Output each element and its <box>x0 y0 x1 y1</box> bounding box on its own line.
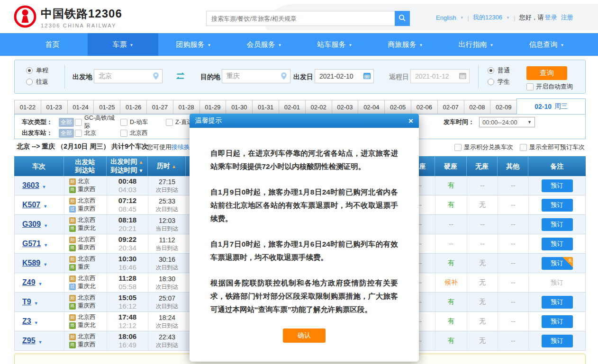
trip-type-radio[interactable] <box>26 67 33 74</box>
expand-chevron-down-icon[interactable]: ▼ <box>34 301 38 306</box>
date-tab-02-06[interactable]: 02-06 <box>411 100 438 114</box>
date-tab-02-09[interactable]: 02-09 <box>490 100 517 114</box>
date-tab-01-23[interactable]: 01-23 <box>41 100 68 114</box>
nav-item-2[interactable]: 团购服务▼ <box>158 33 229 56</box>
col-duration[interactable]: 历时▲ <box>148 156 186 176</box>
sort-asc-icon[interactable]: ▲ <box>172 164 176 169</box>
date-tab-01-31[interactable]: 01-31 <box>252 100 279 114</box>
passenger-type-radio[interactable] <box>488 67 494 74</box>
show-all-bookable-checkbox[interactable] <box>520 144 527 151</box>
book-button[interactable]: 预订 <box>542 199 573 212</box>
train-number-link[interactable]: K507 <box>22 201 40 209</box>
station-filter-0[interactable]: 北京 <box>75 129 120 137</box>
register-link[interactable]: 注册 <box>561 13 573 22</box>
expand-chevron-down-icon[interactable]: ▼ <box>43 204 47 209</box>
nav-item-3[interactable]: 会员服务▼ <box>229 33 299 56</box>
passenger-type-option-0[interactable]: 普通 <box>488 66 510 75</box>
col-times[interactable]: 出发时间▲ 到达时间▼ <box>107 156 148 176</box>
book-button[interactable]: 预订 <box>542 296 573 309</box>
col-train[interactable]: 车次 <box>14 156 64 176</box>
from-station-input[interactable] <box>94 69 163 83</box>
swap-stations-icon[interactable] <box>175 72 186 80</box>
date-tab-01-29[interactable]: 01-29 <box>199 100 227 114</box>
train-number-link[interactable]: Z95 <box>22 337 36 345</box>
login-link[interactable]: 登录 <box>544 13 557 22</box>
points-exchange-checkbox[interactable] <box>454 144 462 151</box>
depart-time-select[interactable]: 00:00--24:00 ▼ <box>479 117 535 127</box>
date-tab-02-07[interactable]: 02-07 <box>437 100 464 114</box>
passenger-type-option-1[interactable]: 学生 <box>488 78 510 86</box>
date-tab-02-03[interactable]: 02-03 <box>332 100 359 114</box>
station-filter-checkbox[interactable] <box>120 130 127 137</box>
return-date-input[interactable] <box>410 69 470 83</box>
close-icon[interactable]: × <box>408 117 413 125</box>
train-type-all-badge[interactable]: 全部 <box>59 118 74 127</box>
train-number-link[interactable]: G309 <box>22 220 41 229</box>
station-filter-checkbox[interactable] <box>75 130 82 137</box>
train-number-link[interactable]: Z49 <box>22 278 36 287</box>
trip-type-option-0[interactable]: 单程 <box>26 66 48 75</box>
date-tab-02-05[interactable]: 02-05 <box>384 100 411 114</box>
book-button[interactable]: 预订 <box>542 238 573 250</box>
date-tab-02-02[interactable]: 02-02 <box>305 100 332 114</box>
book-button[interactable]: 预订 <box>542 315 573 328</box>
nav-item-6[interactable]: 出行指南▼ <box>441 33 511 56</box>
date-tab-02-04[interactable]: 02-04 <box>358 100 385 114</box>
book-button[interactable]: 预订兑 <box>542 257 573 270</box>
book-button[interactable]: 预订 <box>542 179 573 192</box>
book-button[interactable]: 预订 <box>542 335 573 347</box>
nav-item-7[interactable]: 信息查询▼ <box>511 33 582 56</box>
date-tab-01-25[interactable]: 01-25 <box>93 100 120 114</box>
train-number-link[interactable]: G571 <box>22 240 41 248</box>
sort-desc-icon[interactable]: ▼ <box>139 168 144 173</box>
train-type-filter-checkbox[interactable] <box>120 119 127 126</box>
trip-type-option-1[interactable]: 往返 <box>26 78 48 86</box>
query-button[interactable]: 查询 <box>526 66 567 80</box>
depart-date-input[interactable] <box>315 69 374 83</box>
train-type-filter-checkbox[interactable] <box>166 119 173 126</box>
book-button[interactable]: 预订 <box>542 218 573 231</box>
date-tab-active[interactable]: 02-10周三 <box>516 98 586 114</box>
nav-item-0[interactable]: 首页 <box>17 33 88 56</box>
col-stations[interactable]: 出发站到达站 <box>64 156 107 176</box>
sort-asc-icon[interactable]: ▲ <box>139 160 144 165</box>
12306-logo-icon[interactable] <box>13 5 37 28</box>
auto-query-checkbox[interactable] <box>526 83 534 90</box>
show-all-bookable-toggle[interactable]: 显示全部可预订车次 <box>520 143 585 151</box>
nav-item-4[interactable]: 站车服务▼ <box>299 33 370 56</box>
expand-chevron-down-icon[interactable]: ▼ <box>43 262 47 267</box>
expand-chevron-down-icon[interactable]: ▼ <box>42 185 46 189</box>
date-tab-01-24[interactable]: 01-24 <box>67 100 94 114</box>
expand-chevron-down-icon[interactable]: ▼ <box>34 320 38 325</box>
expand-chevron-down-icon[interactable]: ▼ <box>38 282 43 286</box>
my-12306-link[interactable]: 我的12306 <box>473 13 502 22</box>
passenger-type-radio[interactable] <box>488 79 494 85</box>
date-tab-01-27[interactable]: 01-27 <box>146 100 173 114</box>
to-station-input[interactable] <box>222 69 290 83</box>
date-tab-01-28[interactable]: 01-28 <box>173 100 200 114</box>
train-number-link[interactable]: K589 <box>22 259 40 267</box>
nav-item-5[interactable]: 商旅服务▼ <box>370 33 441 56</box>
auto-query-toggle[interactable]: 开启自动查询 <box>526 82 573 91</box>
depart-station-all-badge[interactable]: 全部 <box>59 129 74 138</box>
expand-chevron-down-icon[interactable]: ▼ <box>44 223 48 228</box>
train-number-link[interactable]: 3603 <box>22 181 39 190</box>
confirm-button[interactable]: 确认 <box>283 328 326 343</box>
search-input[interactable] <box>206 11 410 26</box>
nav-item-1[interactable]: 车票▼ <box>88 33 158 56</box>
date-tab-01-26[interactable]: 01-26 <box>120 100 147 114</box>
expand-chevron-down-icon[interactable]: ▼ <box>44 243 48 248</box>
points-exchange-toggle[interactable]: 显示积分兑换车次 <box>454 143 513 151</box>
train-number-link[interactable]: Z3 <box>22 317 31 326</box>
date-tab-01-30[interactable]: 01-30 <box>226 100 253 114</box>
station-filter-1[interactable]: 北京西 <box>120 129 166 137</box>
search-button[interactable] <box>395 11 410 26</box>
date-tab-02-01[interactable]: 02-01 <box>279 100 306 114</box>
train-type-filter-checkbox[interactable] <box>75 119 82 126</box>
language-link[interactable]: English <box>436 14 456 21</box>
expand-chevron-down-icon[interactable]: ▼ <box>38 340 43 345</box>
date-tab-02-08[interactable]: 02-08 <box>464 100 491 114</box>
date-tab-01-22[interactable]: 01-22 <box>14 100 41 114</box>
trip-type-radio[interactable] <box>26 79 33 85</box>
train-number-link[interactable]: T9 <box>22 298 31 306</box>
